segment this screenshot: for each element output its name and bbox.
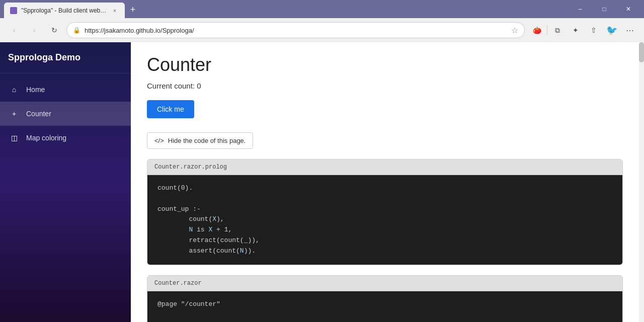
sidebar-item-map-label: Map coloring [26,134,66,142]
browser-bot-button[interactable]: 🐦 [604,22,620,38]
ellipsis-icon: ⋯ [626,26,634,35]
code-block-razor-header: Counter.razor [147,276,622,291]
scrollbar-track[interactable] [639,42,644,322]
code-block-prolog-body: count(0). count_up :- count(X), N is X +… [147,175,622,265]
close-button[interactable]: ✕ [617,0,640,18]
code-block-prolog-header: Counter.razor.prolog [147,159,622,175]
code-block-prolog: Counter.razor.prolog count(0). count_up … [147,159,623,265]
lock-icon: 🔒 [73,27,80,34]
sidebar-item-home[interactable]: ⌂ Home [0,77,131,102]
sidebar-item-counter[interactable]: + Counter [0,102,131,126]
code-block-razor: Counter.razor @page "/counter" <h1>Count… [147,275,623,322]
tab-title: "Spprologa" - Build client web a... [21,7,107,14]
toggle-code-container: </> Hide the code of this page. [147,132,623,149]
address-bar: ‹ › ↻ 🔒 https://jsakamoto.github.io/Sppr… [0,18,644,42]
refresh-button[interactable]: ↻ [46,22,62,38]
star-icon[interactable]: ☆ [511,26,518,35]
sidebar-item-counter-label: Counter [26,110,51,118]
title-bar: "Spprologa" - Build client web a... × + … [0,0,644,18]
window-controls: – □ ✕ [569,0,640,18]
new-tab-button[interactable]: + [126,3,140,17]
plus-icon: + [8,108,20,120]
url-text: https://jsakamoto.github.io/Spprologa/ [85,27,507,34]
sidebar: Spprologa Demo ⌂ Home + Counter ◫ Map co… [0,42,131,322]
back-button[interactable]: ‹ [6,22,22,38]
share-button[interactable]: ⇧ [586,22,602,38]
sidebar-item-home-label: Home [26,86,45,94]
tab-favicon [10,7,17,14]
minimize-button[interactable]: – [569,0,592,18]
toggle-code-button[interactable]: </> Hide the code of this page. [147,132,253,149]
toolbar-icons: 🍅 ⧉ ✦ ⇧ 🐦 ⋯ [529,22,638,38]
page-content: Counter Current count: 0 Click me </> Hi… [131,42,639,322]
more-button[interactable]: ⋯ [622,22,638,38]
page-title: Counter [147,54,623,75]
toggle-code-label: Hide the code of this page. [168,137,246,144]
active-tab[interactable]: "Spprologa" - Build client web a... × [4,3,125,19]
sidebar-item-map-coloring[interactable]: ◫ Map coloring [0,126,131,150]
collections-button[interactable]: ⧉ [549,22,566,38]
code-icon: </> [154,137,164,144]
home-icon: ⌂ [8,84,20,96]
main-content: Spprologa Demo ⌂ Home + Counter ◫ Map co… [0,42,644,322]
scrollbar-thumb[interactable] [639,42,644,62]
tab-close-button[interactable]: × [111,7,119,15]
extensions-button[interactable]: 🍅 [529,22,545,38]
code-line: count(0). count_up :- count(X), N is X +… [157,184,260,255]
copilot-button[interactable]: ✦ [568,22,584,38]
maximize-button[interactable]: □ [593,0,616,18]
tab-bar: "Spprologa" - Build client web a... × + [4,0,567,19]
forward-button[interactable]: › [26,22,42,38]
toolbar-divider [547,25,547,35]
current-count: Current count: 0 [147,82,623,90]
click-me-button[interactable]: Click me [147,100,194,118]
url-bar[interactable]: 🔒 https://jsakamoto.github.io/Spprologa/… [66,22,525,38]
code-line: @page "/counter" <h1>Counter</h1> <p>Cur… [157,300,318,322]
code-block-razor-body: @page "/counter" <h1>Counter</h1> <p>Cur… [147,291,622,322]
map-icon: ◫ [8,132,20,144]
sidebar-nav: ⌂ Home + Counter ◫ Map coloring [0,73,131,154]
sidebar-header: Spprologa Demo [0,42,131,73]
browser-window: "Spprologa" - Build client web a... × + … [0,0,644,322]
app-title: Spprologa Demo [8,52,80,62]
